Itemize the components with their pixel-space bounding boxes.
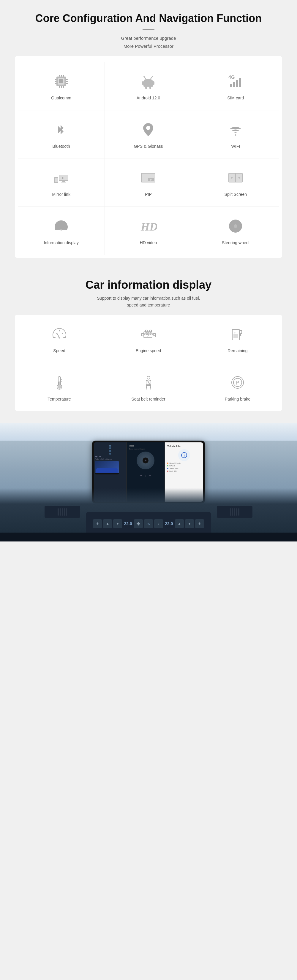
carinfo-remaining-label: Remaining [228,348,248,354]
carinfo-speed-label: Speed [53,348,65,354]
screen-vehicleinfo-rows: Speed: 0 km/h RPM: 0 Temp: 20°C [167,462,201,472]
parking-brake-icon: P [227,372,248,393]
engine-icon [138,324,159,344]
feature-simcard-label: SIM card [227,95,244,101]
feature-android: Android 12.0 [105,62,192,110]
temp-left-display: 22.0 [124,521,132,526]
speedometer2-icon [49,324,70,344]
controls-center-group: AC ↕ [134,519,163,528]
svg-rect-66 [59,382,60,385]
mirror-link-icon [51,167,72,188]
carinfo-title: Car information display [6,278,291,291]
feature-mirrorlink-label: Mirror link [52,192,70,197]
svg-point-61 [145,333,147,335]
carinfo-parkingbrake: P Parking brake [193,363,282,411]
carinfo-engine-label: Engine speed [136,348,161,354]
svg-rect-8 [66,83,68,84]
feature-card: Qualcomm [15,56,282,258]
screen-cd-circle [137,452,155,469]
ctrl-fan[interactable] [134,519,143,528]
thermometer-icon [49,372,70,393]
carinfo-parkingbrake-label: Parking brake [225,396,251,402]
dashboard-controls: ❄ ▲ ▼ 22.0 AC ↕ 22.0 [86,512,211,536]
ctrl-btn-5[interactable]: ▼ [185,519,194,528]
ctrl-btn-6[interactable]: ❄ [195,519,204,528]
feature-qualcomm: Qualcomm [18,62,105,110]
carinfo-grid: Speed [15,315,282,411]
feature-mirrorlink: Mirror link [18,158,105,207]
vent-right [217,506,252,518]
split-screen-icon [225,167,246,188]
gps-icon [138,119,159,140]
ctrl-btn-2[interactable]: ▲ [103,519,112,528]
svg-rect-4 [55,81,56,82]
svg-rect-17 [142,81,144,85]
carinfo-seatbelt-label: Seat belt reminder [131,396,165,402]
temp-right-display: 22.0 [165,521,173,526]
svg-text:P: P [236,380,239,386]
svg-rect-37 [61,182,66,183]
feature-wifi-label: WIFI [232,143,240,150]
svg-line-21 [144,76,146,79]
feature-steering: Steering wheel [192,207,279,255]
svg-text:F: F [234,331,236,334]
feature-steering-label: Steering wheel [222,240,249,246]
carinfo-seatbelt: Seat belt reminder [104,363,193,411]
svg-rect-5 [55,83,56,84]
feature-splitscreen: Split Screen [192,158,279,207]
screen-vehicleinfo-title: Vehicle Info [167,445,201,447]
controls-right-group: ▲ ▼ ❄ [175,519,204,528]
svg-rect-33 [55,178,57,182]
ctrl-btn-4[interactable]: ▲ [175,519,184,528]
speedometer-icon [51,216,72,237]
svg-point-24 [152,76,153,77]
svg-point-62 [150,333,152,335]
section-dashboard: My Car Radio, vehicle setting, etc Video… [0,423,297,541]
subtitle-line1: Great performance upgrade [6,34,291,42]
feature-bluetooth-label: Bluetooth [53,143,70,150]
svg-rect-9 [59,75,60,76]
svg-rect-26 [230,84,232,87]
subtitle-line2: More Powerful Processor [6,42,291,50]
feature-hdvideo-label: HD video [140,240,157,246]
svg-rect-6 [66,79,68,80]
carinfo-temperature: Temperature [15,363,104,411]
svg-rect-7 [66,81,68,82]
seatbelt-icon [138,372,159,393]
subtitle: Great performance upgrade More Powerful … [6,34,291,50]
svg-rect-27 [233,82,235,87]
feature-infodisplay-label: Information display [44,240,79,246]
ctrl-mode[interactable]: ↕ [154,519,163,528]
screen-nav-icons [95,445,125,455]
feature-pip: PIP [105,158,192,207]
svg-point-71 [147,376,150,379]
ctrl-btn-3[interactable]: ▼ [113,519,122,528]
section-carinfo: Car information display Support to displ… [0,270,297,423]
svg-rect-11 [63,75,64,76]
dashboard-top [0,423,297,441]
screen-progress-fill [129,472,141,473]
steering-wheel-icon [225,216,246,237]
controls-left-group: ❄ ▲ ▼ [93,519,122,528]
svg-point-67 [57,385,61,389]
title-divider [142,29,155,30]
svg-rect-20 [149,87,151,89]
screen-video-subtitle: Do not watch driving, etc [129,448,162,450]
carinfo-speed: Speed [15,315,104,363]
feature-wifi: WIFI [192,110,279,159]
screen-mycar-title: My Car [95,456,125,458]
svg-point-51 [234,224,237,228]
svg-rect-13 [61,86,62,88]
svg-text:HD: HD [141,220,157,233]
carinfo-remaining: F Remaining [193,315,282,363]
svg-line-75 [150,385,151,390]
hd-icon: HD [138,216,159,237]
svg-line-74 [146,385,147,390]
svg-point-31 [235,134,236,135]
svg-rect-14 [63,86,64,88]
ctrl-btn-1[interactable]: ❄ [93,519,102,528]
fuel-icon: F [227,324,248,344]
feature-splitscreen-label: Split Screen [225,192,247,197]
svg-point-23 [144,76,145,77]
ctrl-ac[interactable]: AC [144,519,153,528]
